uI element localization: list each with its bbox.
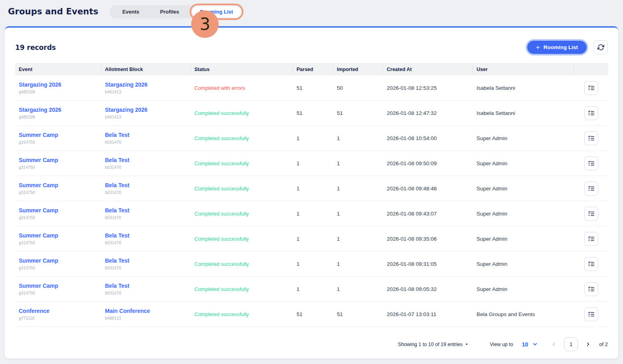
- row-details-button[interactable]: [584, 106, 598, 120]
- allotment-block-link[interactable]: Bela Test: [105, 232, 187, 239]
- event-code: g314750: [19, 291, 98, 295]
- row-details-button[interactable]: [584, 207, 598, 221]
- row-details-button[interactable]: [584, 307, 598, 321]
- event-link[interactable]: Summer Camp: [19, 182, 98, 188]
- entries-dot: •: [466, 341, 468, 347]
- column-header-user: User: [473, 65, 574, 73]
- column-header-parsed: Parsed: [293, 65, 333, 73]
- parsed-count: 51: [293, 110, 333, 116]
- imported-count: 51: [333, 311, 383, 317]
- parsed-count: 1: [293, 286, 333, 292]
- table-row: Stargazing 2026 g480189 Stargazing 2026 …: [15, 75, 608, 101]
- checklist-icon: [588, 135, 595, 142]
- table-header-row: Event Allotment Block Status Parsed Impo…: [15, 63, 608, 75]
- status-text: Completed successfully: [194, 110, 249, 116]
- parsed-count: 51: [293, 85, 333, 91]
- event-link[interactable]: Summer Camp: [19, 257, 98, 264]
- created-at: 2026-01-08 12:53:25: [383, 85, 473, 91]
- allotment-block-link[interactable]: Bela Test: [105, 207, 187, 214]
- checklist-icon: [588, 210, 595, 217]
- table-row: Summer Camp g314750 Bela Test b031470 Co…: [15, 126, 608, 151]
- row-details-button[interactable]: [584, 156, 598, 170]
- imported-count: 1: [333, 135, 383, 141]
- row-details-button[interactable]: [584, 282, 598, 296]
- row-details-button[interactable]: [584, 182, 598, 196]
- user-name: Super Admin: [473, 211, 574, 217]
- status-text: Completed successfully: [194, 186, 249, 192]
- imported-count: 1: [333, 236, 383, 242]
- column-header-imported: Imported: [333, 65, 383, 73]
- user-name: Super Admin: [473, 135, 574, 141]
- created-at: 2026-01-08 09:31:05: [383, 261, 473, 267]
- parsed-count: 1: [293, 135, 333, 141]
- imported-count: 1: [333, 160, 383, 166]
- allotment-block-code: b031470: [105, 165, 187, 170]
- column-header-event: Event: [15, 65, 101, 73]
- row-details-button[interactable]: [584, 131, 598, 145]
- event-link[interactable]: Summer Camp: [19, 157, 98, 163]
- refresh-button[interactable]: [594, 40, 608, 54]
- tab-profiles[interactable]: Profiles: [150, 9, 190, 15]
- user-name: Super Admin: [473, 186, 574, 192]
- allotment-block-code: b031470: [105, 140, 187, 144]
- user-name: Super Admin: [473, 160, 574, 166]
- allotment-block-link[interactable]: Main Conference: [105, 308, 187, 314]
- refresh-icon: [597, 44, 604, 51]
- plus-icon: +: [536, 44, 540, 51]
- page-size-value: 10: [522, 341, 528, 348]
- pagination-bar: Showing 1 to 10 of 19 entries • View up …: [15, 337, 608, 351]
- table-row: Summer Camp g314750 Bela Test b031470 Co…: [15, 176, 608, 201]
- column-header-status: Status: [191, 65, 293, 73]
- row-details-button[interactable]: [584, 257, 598, 271]
- event-link[interactable]: Stargazing 2026: [19, 107, 98, 113]
- created-at: 2026-01-08 09:43:07: [383, 211, 473, 217]
- checklist-icon: [588, 235, 595, 242]
- allotment-block-link[interactable]: Bela Test: [105, 182, 187, 188]
- add-rooming-list-button[interactable]: + Rooming List: [527, 41, 587, 54]
- parsed-count: 1: [293, 261, 333, 267]
- allotment-block-link[interactable]: Bela Test: [105, 132, 187, 138]
- user-name: Isabela Settanni: [473, 110, 574, 116]
- column-header-created-at: Created At: [383, 65, 473, 73]
- records-count: 19 records: [15, 44, 56, 51]
- event-code: g314750: [19, 265, 98, 270]
- event-link[interactable]: Summer Camp: [19, 232, 98, 239]
- tab-events[interactable]: Events: [112, 9, 150, 15]
- allotment-block-link[interactable]: Stargazing 2026: [105, 107, 187, 113]
- status-text: Completed successfully: [194, 211, 249, 217]
- total-pages-text: of 2: [599, 341, 608, 347]
- allotment-block-link[interactable]: Bela Test: [105, 283, 187, 289]
- table-row: Conference g771118 Main Conference b4881…: [15, 302, 608, 327]
- allotment-block-code: b031470: [105, 265, 187, 270]
- created-at: 2026-01-08 12:47:32: [383, 110, 473, 116]
- top-bar: Groups and Events Events Profiles Roomin…: [0, 0, 623, 22]
- row-details-button[interactable]: [584, 81, 598, 95]
- parsed-count: 1: [293, 186, 333, 192]
- view-up-to-label: View up to: [490, 342, 513, 347]
- event-link[interactable]: Summer Camp: [19, 283, 98, 289]
- rooming-list-panel: 19 records + Rooming List Event Allotmen…: [5, 26, 618, 358]
- checklist-icon: [588, 311, 595, 318]
- current-page-input[interactable]: 1: [564, 337, 578, 351]
- table-row: Summer Camp g314750 Bela Test b031470 Co…: [15, 151, 608, 176]
- parsed-count: 1: [293, 236, 333, 242]
- previous-page-button[interactable]: [549, 340, 558, 349]
- event-code: g314750: [19, 190, 98, 195]
- allotment-block-link[interactable]: Bela Test: [105, 157, 187, 163]
- status-text: Completed successfully: [194, 261, 249, 267]
- created-at: 2026-01-08 09:05:32: [383, 286, 473, 292]
- parsed-count: 51: [293, 311, 333, 317]
- row-details-button[interactable]: [584, 232, 598, 246]
- event-link[interactable]: Conference: [19, 308, 98, 314]
- event-link[interactable]: Summer Camp: [19, 207, 98, 214]
- event-code: g480189: [19, 89, 98, 94]
- column-header-actions: [574, 65, 608, 73]
- allotment-block-code: b031470: [105, 215, 187, 220]
- allotment-block-link[interactable]: Bela Test: [105, 257, 187, 264]
- allotment-block-link[interactable]: Stargazing 2026: [105, 81, 187, 88]
- created-at: 2026-01-07 13:03:11: [383, 311, 473, 317]
- next-page-button[interactable]: [583, 340, 593, 349]
- event-link[interactable]: Summer Camp: [19, 132, 98, 138]
- event-link[interactable]: Stargazing 2026: [19, 81, 98, 88]
- page-size-select[interactable]: 10: [522, 341, 538, 348]
